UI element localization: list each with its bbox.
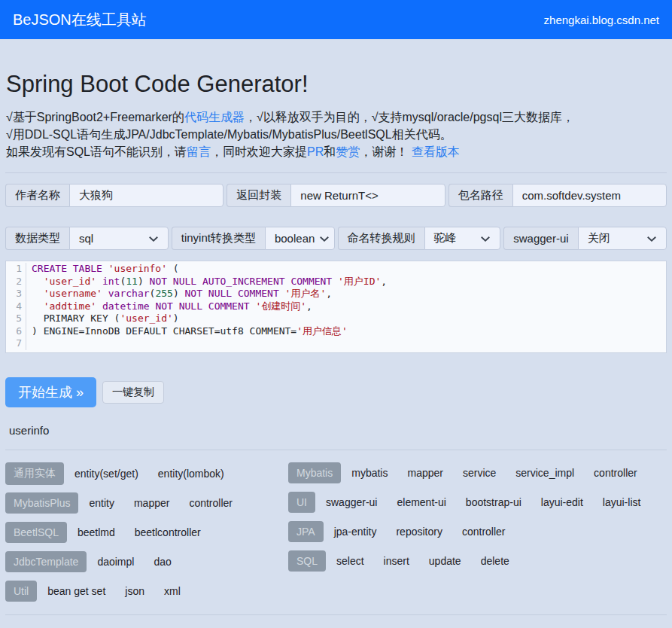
data-type-select[interactable]: sql — [69, 227, 169, 250]
group-badge-Util[interactable]: Util — [5, 581, 37, 602]
token-str: 'user_id' — [44, 276, 96, 287]
code-tab-dao[interactable]: dao — [154, 556, 171, 568]
code-tab-jpa-entity[interactable]: jpa-entity — [334, 526, 377, 538]
group-badge-Mybatis[interactable]: Mybatis — [288, 462, 341, 483]
divider — [5, 450, 667, 450]
code-tab-controller[interactable]: controller — [462, 526, 506, 538]
chevron-down-icon — [480, 233, 491, 244]
group-row-通用实体: 通用实体entity(set/get)entity(lombok) — [5, 462, 288, 485]
code-tab-mybatis[interactable]: mybatis — [351, 467, 388, 479]
form-row-1: 作者名称返回封装包名路径 — [5, 184, 667, 207]
naming-rule-select[interactable]: 驼峰 — [424, 227, 501, 250]
group-links: jpa-entityrepositorycontroller — [334, 526, 506, 538]
code-tab-entity-lombok-[interactable]: entity(lombok) — [158, 468, 224, 480]
group-badge-SQL[interactable]: SQL — [288, 550, 326, 572]
token-plain: , — [306, 300, 312, 312]
code-tab-service-impl[interactable]: service_impl — [515, 467, 574, 479]
return-wrapper-group: 返回封装 — [227, 184, 445, 207]
naming-rule-label: 命名转换规则 — [338, 227, 424, 250]
token-plain: PRIMARY KEY ( — [32, 312, 120, 324]
copy-button[interactable]: 一键复制 — [102, 381, 164, 404]
code-tab-beetlmd[interactable]: beetlmd — [78, 526, 115, 538]
code-tab-repository[interactable]: repository — [396, 526, 442, 538]
line-number: 7 — [6, 337, 26, 350]
code-tab-service[interactable]: service — [463, 467, 496, 479]
code-tab-mapper[interactable]: mapper — [407, 467, 442, 479]
group-badge-JdbcTemplate[interactable]: JdbcTemplate — [5, 551, 87, 572]
token-plain: ) — [138, 276, 150, 287]
code-tab-delete[interactable]: delete — [481, 555, 509, 567]
generate-button[interactable]: 开始生成 » — [5, 377, 96, 407]
data-type-selected-value: sql — [79, 232, 93, 245]
code-tab-update[interactable]: update — [429, 555, 461, 567]
line-number: 5 — [6, 312, 26, 325]
intro-link[interactable]: 赞赏 — [336, 145, 360, 158]
package-path-label: 包名路径 — [449, 184, 512, 207]
code-tab-bootstrap-ui[interactable]: bootstrap-ui — [466, 496, 521, 508]
token-num: 255 — [155, 288, 172, 299]
code-tab-beetlcontroller[interactable]: beetlcontroller — [135, 526, 201, 538]
code-tab-entity[interactable]: entity — [89, 497, 114, 509]
code-tab-controller[interactable]: controller — [594, 467, 637, 479]
intro-link[interactable]: 查看版本 — [412, 145, 460, 158]
sql-input-editor[interactable]: 1CREATE TABLE 'userinfo' (2 'user_id' in… — [5, 261, 667, 353]
line-number: 4 — [6, 300, 26, 313]
intro-segment: √用DDL-SQL语句生成JPA/JdbcTemplate/Mybatis/My… — [6, 128, 452, 141]
code-tab-json[interactable]: json — [125, 585, 144, 597]
code-tab-xml[interactable]: xml — [164, 585, 181, 597]
tinyint-convert-type-select[interactable]: boolean — [265, 227, 335, 250]
author-name-input[interactable] — [69, 184, 223, 207]
code-tab-layui-edit[interactable]: layui-edit — [541, 496, 583, 508]
page-title: Spring Boot Code Generator! — [6, 71, 667, 98]
group-links: selectinsertupdatedelete — [336, 555, 509, 567]
code-tab-swagger-ui[interactable]: swagger-ui — [326, 496, 377, 508]
sql-line: 4 'addtime' datetime NOT NULL COMMENT '创… — [6, 300, 666, 313]
divider — [5, 614, 667, 615]
sql-code: PRIMARY KEY ('user_id') — [26, 312, 179, 325]
code-tab-bean-get-set[interactable]: bean get set — [47, 585, 105, 597]
code-tab-entity-set-get-[interactable]: entity(set/get) — [74, 468, 138, 480]
swagger-ui-group: swagger-ui关闭 — [503, 227, 667, 250]
token-kw: NOT NULL AUTO_INCREMENT COMMENT — [150, 276, 333, 287]
intro-link[interactable]: PR — [307, 145, 324, 158]
code-tab-controller[interactable]: controller — [189, 497, 233, 509]
author-name-group: 作者名称 — [5, 184, 223, 207]
token-plain — [332, 276, 338, 287]
return-wrapper-label: 返回封装 — [227, 184, 290, 207]
code-tab-layui-list[interactable]: layui-list — [603, 496, 641, 508]
chevron-down-icon — [319, 233, 330, 244]
intro-link[interactable]: 代码生成器 — [184, 111, 245, 123]
table-tab-userinfo[interactable]: userinfo — [9, 424, 49, 437]
tinyint-convert-type-selected-value: boolean — [275, 232, 315, 245]
intro-segment: ，谢谢！ — [360, 145, 411, 158]
intro-link[interactable]: 留言 — [187, 145, 211, 158]
group-badge-通用实体[interactable]: 通用实体 — [5, 462, 64, 485]
package-path-input[interactable] — [512, 184, 667, 207]
sql-line: 2 'user_id' int(11) NOT NULL AUTO_INCREM… — [6, 276, 666, 288]
group-row-UI: UIswagger-uielement-uibootstrap-uilayui-… — [288, 492, 667, 514]
intro-line: 如果发现有SQL语句不能识别，请留言，同时欢迎大家提PR和赞赏，谢谢！ 查看版本 — [6, 143, 667, 160]
group-badge-JPA[interactable]: JPA — [288, 521, 324, 542]
group-links: daoimpldao — [97, 556, 171, 568]
code-tab-insert[interactable]: insert — [384, 555, 409, 567]
code-tab-select[interactable]: select — [336, 555, 364, 567]
code-tab-daoimpl[interactable]: daoimpl — [97, 556, 134, 568]
tinyint-convert-type-label: tinyint转换类型 — [172, 227, 265, 250]
blog-link[interactable]: zhengkai.blog.csdn.net — [544, 14, 659, 26]
chevron-down-icon — [148, 233, 159, 244]
token-kw: CREATE TABLE — [32, 263, 102, 274]
group-badge-BeetlSQL[interactable]: BeetlSQL — [5, 522, 67, 543]
sql-line: 7 — [6, 337, 666, 350]
group-badge-UI[interactable]: UI — [288, 492, 315, 513]
sql-line: 6) ENGINE=InnoDB DEFAULT CHARSET=utf8 CO… — [6, 325, 666, 338]
swagger-ui-select[interactable]: 关闭 — [578, 227, 667, 250]
token-plain: , — [326, 288, 332, 299]
group-links: bean get setjsonxml — [47, 585, 181, 597]
group-badge-MybatisPlus[interactable]: MybatisPlus — [5, 492, 78, 514]
group-row-SQL: SQLselectinsertupdatedelete — [288, 550, 667, 572]
code-tab-element-ui[interactable]: element-ui — [397, 496, 445, 508]
return-wrapper-input[interactable] — [290, 184, 445, 207]
code-tab-mapper[interactable]: mapper — [134, 497, 169, 509]
token-num: 11 — [126, 276, 138, 287]
site-brand[interactable]: BeJSON在线工具站 — [13, 10, 147, 30]
